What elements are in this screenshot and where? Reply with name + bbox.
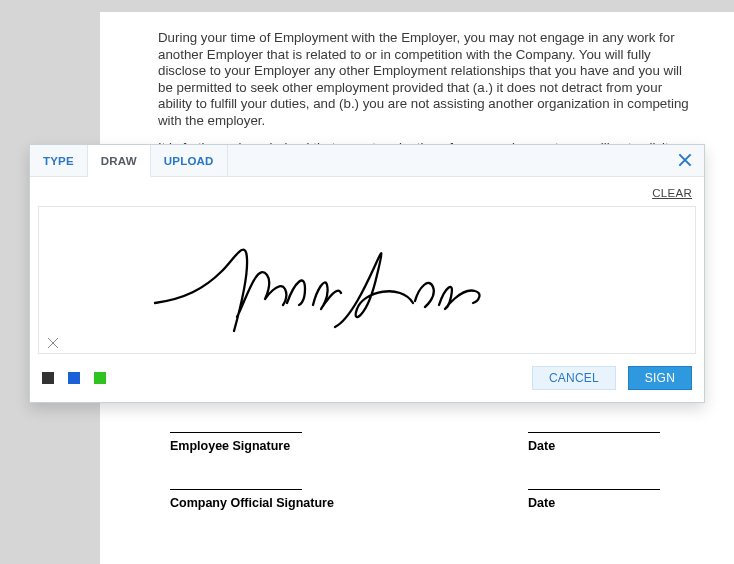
company-date-line[interactable] bbox=[528, 489, 660, 490]
company-signature-line[interactable] bbox=[170, 489, 302, 490]
swatch-blue[interactable] bbox=[68, 372, 80, 384]
signature-row-2: Company Official Signature Date bbox=[170, 489, 690, 510]
signature-canvas[interactable] bbox=[38, 206, 696, 354]
cancel-button[interactable]: CANCEL bbox=[532, 366, 616, 390]
employee-signature-cell: Employee Signature bbox=[170, 432, 302, 453]
employee-signature-label: Employee Signature bbox=[170, 439, 302, 453]
signature-modal: TYPE DRAW UPLOAD CLEAR CANCEL SIGN bbox=[29, 144, 705, 403]
signature-row-1: Employee Signature Date bbox=[170, 432, 690, 453]
tab-upload[interactable]: UPLOAD bbox=[151, 145, 228, 176]
clear-row: CLEAR bbox=[30, 177, 704, 203]
company-date-cell: Date bbox=[528, 489, 660, 510]
swatch-black[interactable] bbox=[42, 372, 54, 384]
drawn-signature bbox=[149, 217, 509, 337]
company-date-label: Date bbox=[528, 496, 660, 510]
employee-date-cell: Date bbox=[528, 432, 660, 453]
employee-signature-line[interactable] bbox=[170, 432, 302, 433]
employee-date-line[interactable] bbox=[528, 432, 660, 433]
footer-buttons: CANCEL SIGN bbox=[532, 366, 692, 390]
sign-button[interactable]: SIGN bbox=[628, 366, 692, 390]
modal-footer: CANCEL SIGN bbox=[30, 354, 704, 402]
clear-link[interactable]: CLEAR bbox=[652, 187, 692, 199]
tab-draw[interactable]: DRAW bbox=[88, 145, 151, 177]
tab-type[interactable]: TYPE bbox=[30, 145, 88, 176]
company-signature-label: Company Official Signature bbox=[170, 496, 334, 510]
company-signature-cell: Company Official Signature bbox=[170, 489, 334, 510]
close-icon[interactable] bbox=[676, 151, 694, 169]
signature-tabs: TYPE DRAW UPLOAD bbox=[30, 145, 704, 177]
employee-date-label: Date bbox=[528, 439, 660, 453]
color-swatches bbox=[42, 372, 106, 384]
signature-area: Employee Signature Date Company Official… bbox=[170, 432, 690, 546]
paragraph-1: During your time of Employment with the … bbox=[158, 30, 698, 130]
clear-canvas-icon[interactable] bbox=[47, 335, 59, 347]
swatch-green[interactable] bbox=[94, 372, 106, 384]
